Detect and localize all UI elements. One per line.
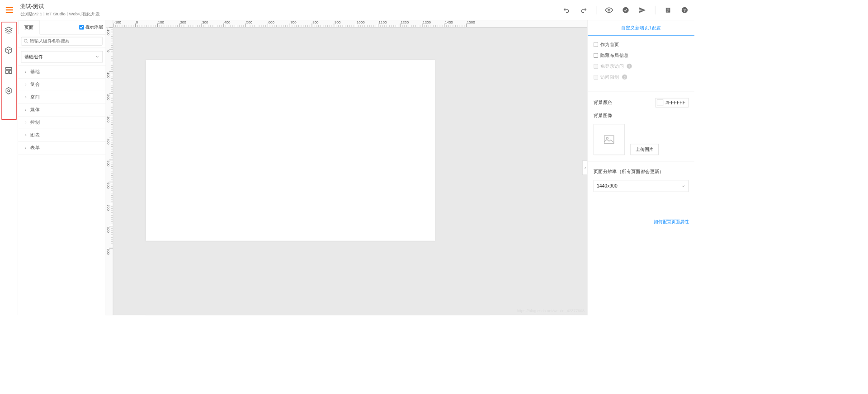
checkbox-label: 免登录访问 [600,63,624,69]
redo-icon[interactable] [580,6,588,14]
checkbox [594,64,598,68]
category-item[interactable]: 基础 [18,66,106,79]
category-item[interactable]: 复合 [18,79,106,91]
hint-layer-label: 提示浮层 [85,24,103,31]
publish-icon[interactable] [638,6,646,14]
chevron-right-icon [24,146,28,150]
config-body: 作为首页隐藏布局信息免登录访问?访问限制? 背景颜色 #FFFFFF 背景图像 … [588,36,694,230]
undo-icon[interactable] [563,6,571,14]
hamburger-menu-icon[interactable] [6,5,14,14]
layout-icon[interactable] [5,66,13,75]
bg-color-row: 背景颜色 #FFFFFF [594,98,689,108]
svg-rect-16 [604,136,614,143]
svg-line-15 [27,42,28,43]
doc-icon[interactable] [664,6,672,14]
cube-icon[interactable] [5,46,13,55]
select-value: 基础组件 [24,53,43,60]
settings-icon[interactable] [5,87,13,95]
collapse-right-panel-icon[interactable] [582,160,587,175]
category-label: 控制 [30,119,40,126]
checkbox [594,75,598,79]
category-item[interactable]: 控制 [18,117,106,129]
help-icon[interactable]: ? [681,6,689,14]
category-label: 图表 [30,132,40,138]
hint-layer-toggle[interactable]: 提示浮层 [79,24,105,31]
chevron-right-icon [24,108,28,112]
color-swatch [657,99,663,106]
help-tooltip-icon[interactable]: ? [627,64,632,69]
checkbox-label: 隐藏布局信息 [600,52,628,58]
component-type-select[interactable]: 基础组件 [21,51,103,63]
search-icon [24,39,28,44]
ruler-horizontal: -100010020030040050060070080090010001100… [113,20,587,28]
category-label: 媒体 [30,107,40,113]
check-circle-icon[interactable] [622,6,630,14]
chevron-right-icon [24,95,28,99]
topbar: 测试-测试 公测版V2.1 | IoT Studio | Web可视化开发 ? [0,0,694,20]
svg-point-17 [606,137,608,139]
separator [588,91,694,92]
component-search [18,35,106,48]
svg-text:?: ? [684,8,686,12]
category-label: 表单 [30,145,40,151]
layers-icon[interactable] [5,26,13,35]
left-panel: 页面 提示浮层 基础组件 基础复合空间媒体控制图表表单 [18,20,106,315]
chevron-right-icon [24,121,28,124]
resolution-value: 1440x900 [597,183,618,189]
bg-color-label: 背景颜色 [594,99,613,106]
category-label: 空间 [30,94,40,100]
page-subtitle: 公测版V2.1 | IoT Studio | Web可视化开发 [20,11,99,17]
image-icon [604,135,614,144]
svg-marker-12 [6,87,11,94]
chevron-down-icon [95,55,99,59]
tab-page[interactable]: 页面 [18,20,40,34]
svg-point-13 [8,90,9,92]
config-checkbox[interactable]: 作为首页 [594,41,689,47]
search-input[interactable] [30,39,100,44]
checkbox[interactable] [594,42,598,47]
image-placeholder[interactable] [594,124,625,155]
config-tab[interactable]: 自定义新增页1配置 [588,20,694,36]
config-checkbox[interactable]: 隐藏布局信息 [594,52,689,58]
ruler-vertical: -1000100200300400500600700800900 [106,28,113,315]
category-list: 基础复合空间媒体控制图表表单 [18,66,106,155]
svg-rect-5 [667,11,669,11]
category-label: 基础 [30,69,40,75]
config-checkbox: 免登录访问? [594,63,689,69]
chevron-down-icon [681,184,685,188]
upload-button[interactable]: 上传图片 [630,144,658,155]
left-panel-tabs: 页面 提示浮层 [18,20,106,35]
svg-rect-3 [667,9,670,9]
help-link[interactable]: 如何配置页面属性 [594,197,689,225]
svg-marker-8 [5,27,12,30]
svg-rect-10 [5,70,8,74]
chevron-right-icon [24,70,28,74]
svg-rect-4 [667,9,670,10]
config-checkbox: 访问限制? [594,74,689,80]
checkbox-label: 作为首页 [600,41,619,47]
resolution-label: 页面分辨率（所有页面都会更新） [594,169,689,175]
separator [588,162,694,162]
chevron-right-icon [24,83,28,86]
help-tooltip-icon[interactable]: ? [622,75,627,80]
checkbox[interactable] [594,53,598,57]
category-item[interactable]: 表单 [18,142,106,155]
bg-color-input[interactable]: #FFFFFF [656,98,689,108]
category-item[interactable]: 空间 [18,91,106,104]
hint-layer-checkbox[interactable] [79,25,84,29]
category-item[interactable]: 媒体 [18,104,106,117]
preview-icon[interactable] [605,6,613,14]
canvas-scroll[interactable] [113,28,587,315]
bg-image-label: 背景图像 [594,113,689,119]
page-title: 测试-测试 [20,3,99,10]
category-item[interactable]: 图表 [18,129,106,142]
topbar-actions: ? [563,5,689,14]
bg-color-value: #FFFFFF [665,100,685,105]
divider [596,5,596,14]
resolution-select[interactable]: 1440x900 [594,180,689,192]
page-artboard[interactable] [146,60,435,241]
chevron-right-icon [24,133,28,137]
category-label: 复合 [30,81,40,88]
ruler-corner [106,20,113,28]
bg-image-row: 上传图片 [594,124,689,155]
